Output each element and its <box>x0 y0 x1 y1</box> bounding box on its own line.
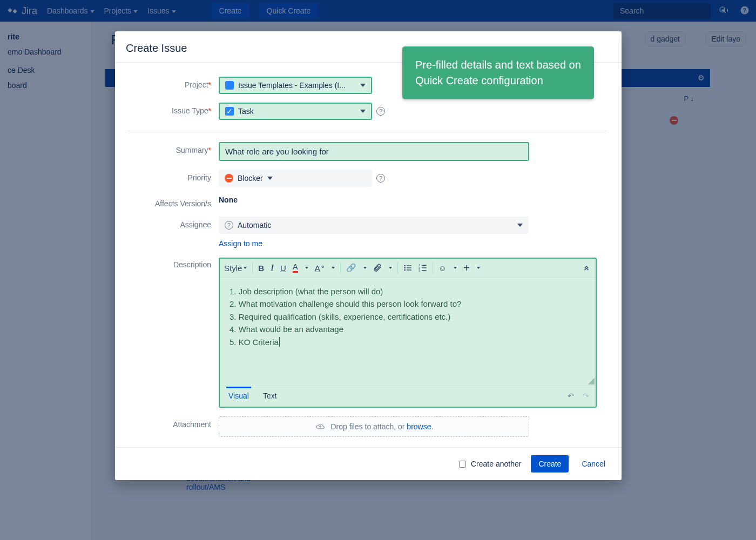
rte-tab-text[interactable]: Text <box>261 388 279 403</box>
undo-icon[interactable]: ↶ <box>568 392 574 400</box>
affects-versions-value: None <box>219 195 238 204</box>
help-icon[interactable]: ? <box>376 174 385 183</box>
svg-text:3: 3 <box>418 269 420 272</box>
attachment-dropzone[interactable]: Drop files to attach, or browse. <box>219 416 529 437</box>
emoji-icon[interactable]: ☺ <box>438 264 447 273</box>
svg-point-3 <box>404 265 406 267</box>
more-insert-icon[interactable]: + <box>463 264 470 272</box>
chevron-down-icon <box>363 267 367 269</box>
resize-handle-icon[interactable] <box>588 378 595 384</box>
chevron-down-icon <box>389 267 392 269</box>
annotation-callout: Pre-filled details and text based on Qui… <box>402 46 594 99</box>
redo-icon[interactable]: ↷ <box>583 392 589 400</box>
assign-to-me-link[interactable]: Assign to me <box>219 239 262 248</box>
label-affects-versions: Affects Version/s <box>128 195 219 208</box>
assignee-select[interactable]: ? Automatic <box>219 217 529 234</box>
automatic-assignee-icon: ? <box>225 221 233 230</box>
numbered-list-icon[interactable]: 123 <box>418 264 427 272</box>
chevron-down-icon <box>360 110 366 113</box>
label-priority: Priority <box>128 170 219 182</box>
project-icon <box>225 81 234 90</box>
chevron-down-icon <box>305 267 308 269</box>
chevron-down-icon <box>454 267 457 269</box>
label-issue-type: Issue Type* <box>128 103 219 115</box>
svg-point-7 <box>404 269 406 271</box>
svg-rect-10 <box>422 265 427 266</box>
chevron-down-icon <box>267 177 273 180</box>
text-color-icon[interactable]: A <box>293 263 298 273</box>
attachment-icon[interactable] <box>373 264 382 272</box>
chevron-down-icon <box>332 267 335 269</box>
label-summary: Summary* <box>128 142 219 154</box>
bullet-list-icon[interactable] <box>403 264 412 272</box>
svg-rect-4 <box>407 265 411 266</box>
create-another-checkbox[interactable]: Create another <box>457 459 521 469</box>
rte-style-menu[interactable]: Style <box>224 264 247 273</box>
description-editor: Style B I U A A° <box>219 258 597 408</box>
svg-rect-14 <box>422 270 427 271</box>
rte-toolbar: Style B I U A A° <box>220 259 596 278</box>
priority-select[interactable]: Blocker <box>219 170 372 187</box>
link-icon[interactable]: 🔗 <box>346 263 356 273</box>
svg-rect-12 <box>422 267 427 268</box>
label-attachment: Attachment <box>128 416 219 429</box>
priority-blocker-icon <box>225 174 233 183</box>
collapse-toolbar-icon[interactable] <box>583 264 590 273</box>
italic-icon[interactable]: I <box>271 262 274 273</box>
clear-formatting-icon[interactable]: A° <box>315 264 325 273</box>
chevron-down-icon <box>477 267 480 269</box>
svg-rect-6 <box>407 267 411 268</box>
dialog-footer: Create another Create Cancel <box>115 447 622 480</box>
project-select[interactable]: Issue Templates - Examples (I... <box>219 77 372 94</box>
cancel-button[interactable]: Cancel <box>578 459 609 469</box>
chevron-down-icon <box>517 224 523 227</box>
chevron-down-icon <box>360 84 366 87</box>
svg-rect-8 <box>407 269 411 270</box>
rte-tab-visual[interactable]: Visual <box>226 387 251 403</box>
summary-input[interactable] <box>219 142 529 161</box>
label-assignee: Assignee <box>128 217 219 229</box>
issue-type-select[interactable]: ✓ Task <box>219 103 372 120</box>
svg-point-5 <box>404 267 406 269</box>
task-icon: ✓ <box>225 107 234 116</box>
label-description: Description <box>128 256 219 269</box>
underline-icon[interactable]: U <box>280 264 286 273</box>
create-submit-button[interactable]: Create <box>531 455 569 473</box>
help-icon[interactable]: ? <box>376 107 385 116</box>
rte-content[interactable]: 1. Job description (what the person will… <box>220 278 596 386</box>
label-project: Project* <box>128 77 219 89</box>
bold-icon[interactable]: B <box>258 264 264 273</box>
